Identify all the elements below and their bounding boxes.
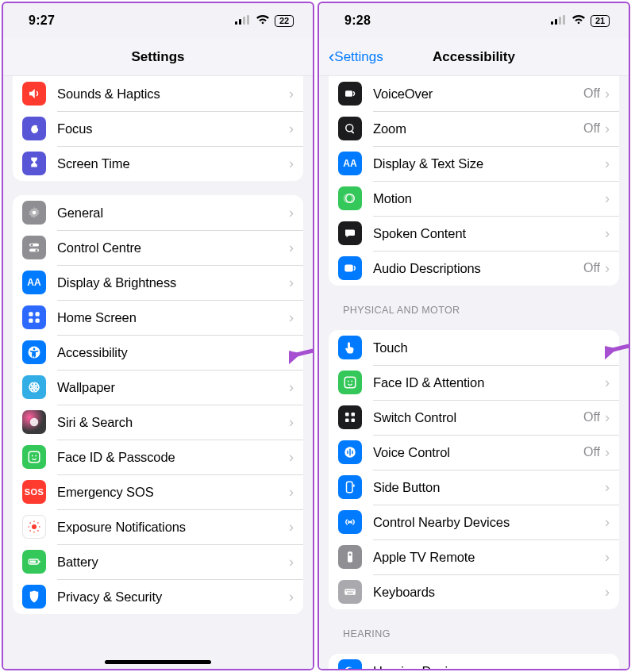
svg-rect-21 [29, 451, 40, 463]
row-keyboards[interactable]: Keyboards› [329, 574, 619, 609]
faceid-icon [22, 445, 46, 469]
svg-point-47 [348, 381, 349, 382]
svg-rect-9 [29, 312, 33, 316]
svg-rect-52 [352, 419, 356, 423]
row-emergency-sos[interactable]: SOSEmergency SOS› [13, 474, 303, 509]
svg-rect-34 [39, 561, 40, 563]
svg-rect-57 [347, 482, 353, 493]
row-label: Home Screen [57, 310, 289, 325]
row-exposure-notifications[interactable]: Exposure Notifications› [13, 509, 303, 544]
chevron-right-icon: › [289, 449, 294, 466]
row-screen-time[interactable]: Screen Time› [13, 146, 303, 181]
row-spoken-content[interactable]: Spoken Content› [329, 216, 619, 251]
row-label: Motion [373, 191, 605, 206]
row-label: Sounds & Haptics [57, 86, 289, 102]
row-label: Audio Descriptions [373, 261, 583, 276]
svg-rect-0 [235, 21, 237, 25]
row-accessibility[interactable]: Accessibility› [13, 335, 303, 370]
row-display-text-size[interactable]: AADisplay & Text Size› [329, 146, 619, 181]
siri-icon [22, 410, 46, 434]
zoom-icon [338, 117, 362, 140]
chevron-right-icon: › [605, 260, 610, 277]
row-hearing-devices[interactable]: Hearing Devices› [329, 654, 619, 669]
nav-title: Settings [131, 49, 184, 65]
chevron-right-icon: › [289, 484, 294, 501]
svg-rect-38 [559, 17, 561, 25]
row-apple-tv-remote[interactable]: Apple TV Remote› [329, 540, 619, 574]
svg-rect-49 [345, 413, 349, 417]
row-face-id-attention[interactable]: Face ID & Attention› [329, 365, 619, 400]
svg-point-23 [35, 455, 37, 457]
row-label: Apple TV Remote [373, 550, 605, 565]
svg-point-59 [349, 521, 351, 523]
row-wallpaper[interactable]: Wallpaper› [13, 370, 303, 405]
svg-rect-51 [345, 419, 349, 423]
row-display-brightness[interactable]: AADisplay & Brightness› [13, 265, 303, 300]
row-control-centre[interactable]: Control Centre› [13, 230, 303, 265]
chevron-right-icon: › [289, 344, 294, 361]
battery-level: 22 [275, 15, 294, 27]
status-time: 9:27 [29, 13, 55, 28]
spoken-icon [338, 221, 362, 245]
settings-group: General›Control Centre›AADisplay & Brigh… [13, 195, 303, 614]
row-label: Display & Text Size [373, 156, 605, 171]
svg-point-14 [33, 348, 36, 351]
home-indicator[interactable] [105, 660, 211, 664]
svg-rect-37 [555, 19, 557, 25]
row-motion[interactable]: Motion› [329, 181, 619, 216]
row-voice-control[interactable]: Voice ControlOff› [329, 435, 619, 470]
chevron-right-icon: › [605, 156, 610, 172]
svg-point-28 [39, 526, 40, 528]
row-audio-descriptions[interactable]: Audio DescriptionsOff› [329, 251, 619, 286]
chevron-right-icon: › [605, 340, 610, 356]
svg-point-48 [351, 381, 352, 382]
general-icon [22, 201, 46, 225]
row-face-id-passcode[interactable]: Face ID & Passcode› [13, 440, 303, 474]
chevron-right-icon: › [289, 519, 294, 536]
svg-point-25 [33, 520, 35, 522]
row-touch[interactable]: Touch› [329, 330, 619, 365]
row-voiceover[interactable]: VoiceOverOff› [329, 76, 619, 111]
chevron-right-icon: › [289, 589, 294, 605]
row-label: Battery [57, 555, 289, 570]
row-status: Off [583, 121, 600, 136]
row-label: Zoom [373, 121, 583, 136]
row-status: Off [583, 261, 600, 275]
back-button[interactable]: ‹ Settings [325, 38, 383, 75]
svg-point-24 [32, 524, 37, 529]
chevron-right-icon: › [605, 190, 610, 207]
settings-list[interactable]: Sounds & Haptics›Focus›Screen Time›Gener… [3, 76, 313, 669]
chevron-right-icon: › [605, 409, 610, 426]
svg-point-7 [31, 244, 33, 246]
row-siri-search[interactable]: Siri & Search› [13, 405, 303, 440]
chevron-right-icon: › [605, 374, 610, 391]
accessibility-list[interactable]: VoiceOverOff›ZoomOff›AADisplay & Text Si… [319, 76, 629, 669]
svg-point-26 [33, 532, 35, 533]
row-label: VoiceOver [373, 86, 583, 102]
row-focus[interactable]: Focus› [13, 111, 303, 146]
svg-point-20 [30, 418, 39, 427]
row-control-nearby-devices[interactable]: Control Nearby Devices› [329, 505, 619, 540]
row-status: Off [583, 445, 600, 459]
svg-rect-60 [348, 551, 352, 563]
row-battery[interactable]: Battery› [13, 544, 303, 579]
chevron-right-icon: › [289, 86, 294, 102]
row-home-screen[interactable]: Home Screen› [13, 300, 303, 335]
row-privacy-security[interactable]: Privacy & Security› [13, 579, 303, 614]
chevron-right-icon: › [605, 663, 610, 670]
svg-point-30 [37, 522, 39, 524]
svg-rect-65 [349, 590, 351, 592]
row-general[interactable]: General› [13, 195, 303, 230]
svg-point-27 [28, 526, 29, 528]
atvremote-icon [338, 545, 362, 569]
svg-rect-46 [344, 377, 356, 388]
chevron-right-icon: › [289, 414, 294, 431]
row-label: Switch Control [373, 410, 583, 425]
row-side-button[interactable]: Side Button› [329, 470, 619, 505]
row-sounds-haptics[interactable]: Sounds & Haptics› [13, 76, 303, 111]
row-switch-control[interactable]: Switch ControlOff› [329, 400, 619, 435]
row-label: Control Nearby Devices [373, 515, 605, 530]
settings-group: Sounds & Haptics›Focus›Screen Time› [13, 76, 303, 181]
row-zoom[interactable]: ZoomOff› [329, 111, 619, 146]
wallpaper-icon [22, 375, 46, 399]
